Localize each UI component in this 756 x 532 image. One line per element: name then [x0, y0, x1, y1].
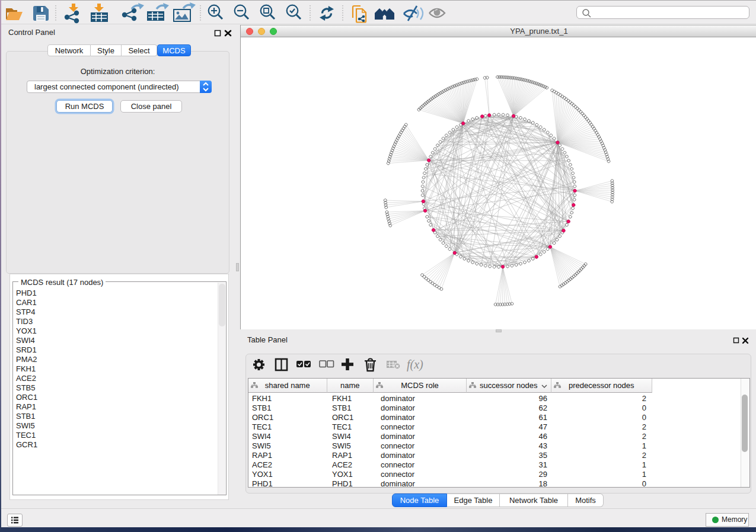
- svg-text:f(x): f(x): [407, 358, 423, 371]
